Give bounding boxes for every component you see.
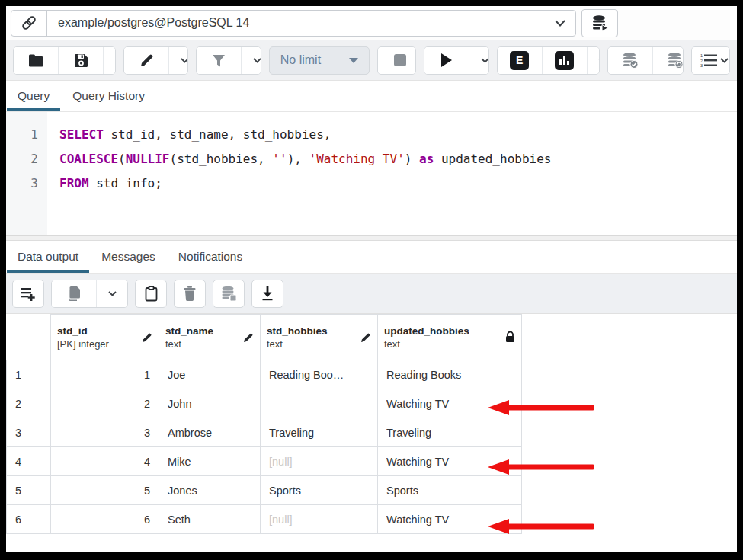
table-cell[interactable]: Watching TV xyxy=(378,505,522,534)
save-menu-button[interactable] xyxy=(103,47,116,74)
rollback-button[interactable] xyxy=(652,47,684,74)
select-all-corner[interactable] xyxy=(7,315,51,360)
table-cell[interactable]: 4 xyxy=(51,447,159,476)
column-header-std_hobbies[interactable]: std_hobbiestext xyxy=(261,315,378,360)
chevron-down-icon xyxy=(481,58,489,63)
chevron-down-icon xyxy=(108,291,117,296)
table-row: 66Seth[null]Watching TV xyxy=(7,505,522,534)
row-number-cell[interactable]: 4 xyxy=(7,447,51,476)
add-row-icon xyxy=(21,286,37,301)
column-name: std_name xyxy=(165,325,213,337)
new-connection-button[interactable] xyxy=(581,9,618,37)
svg-text:1: 1 xyxy=(700,53,703,58)
delete-row-button[interactable] xyxy=(174,280,206,308)
execute-menu-button[interactable] xyxy=(469,47,488,74)
stop-button[interactable] xyxy=(378,47,416,74)
edit-button-group xyxy=(123,46,188,75)
explain-menu-button[interactable] xyxy=(587,47,600,74)
pencil-icon xyxy=(360,332,371,343)
tab-messages-label: Messages xyxy=(101,250,155,264)
copy-button-group xyxy=(51,280,128,308)
table-cell[interactable]: John xyxy=(159,389,261,418)
result-table: std_id[PK] integerstd_nametextstd_hobbie… xyxy=(6,314,522,534)
tab-query-history[interactable]: Query History xyxy=(61,81,156,111)
table-cell[interactable]: 2 xyxy=(51,389,159,418)
table-cell[interactable]: Ambrose xyxy=(159,418,261,447)
table-cell[interactable]: [null] xyxy=(261,505,378,534)
copy-menu-button[interactable] xyxy=(96,280,127,307)
save-button[interactable] xyxy=(58,47,103,74)
table-cell[interactable]: Watching TV xyxy=(378,389,522,418)
table-cell[interactable]: Joe xyxy=(159,360,261,389)
execute-button-group xyxy=(424,46,488,75)
table-cell[interactable]: Sports xyxy=(261,476,378,505)
table-cell[interactable] xyxy=(261,389,378,418)
chevron-down-icon xyxy=(545,20,575,27)
tab-notifications[interactable]: Notifications xyxy=(167,241,254,273)
table-cell[interactable]: Reading Books xyxy=(378,360,522,389)
column-header-updated_hobbies[interactable]: updated_hobbiestext xyxy=(378,315,522,360)
explain-analyze-icon xyxy=(555,51,574,70)
save-icon xyxy=(74,53,88,68)
code-line: COALESCE(NULLIF(std_hobbies, ''), 'Watch… xyxy=(59,147,737,171)
save-data-changes-icon xyxy=(220,285,237,302)
execute-button[interactable] xyxy=(424,47,469,74)
connection-selector[interactable]: example/postgres@PostgreSQL 14 xyxy=(11,10,576,37)
table-cell[interactable]: 5 xyxy=(51,476,159,505)
tab-data-output-label: Data output xyxy=(18,250,78,264)
file-button-group xyxy=(13,46,116,75)
sql-editor[interactable]: 123 SELECT std_id, std_name, std_hobbies… xyxy=(6,112,737,236)
commit-button[interactable] xyxy=(608,47,652,74)
tab-data-output[interactable]: Data output xyxy=(6,241,90,273)
editor-code[interactable]: SELECT std_id, std_name, std_hobbies,COA… xyxy=(47,112,737,235)
column-header-std_id[interactable]: std_id[PK] integer xyxy=(51,315,159,360)
code-line: SELECT std_id, std_name, std_hobbies, xyxy=(59,123,737,147)
row-number-cell[interactable]: 2 xyxy=(7,389,51,418)
explain-button[interactable]: E xyxy=(498,47,542,74)
table-cell[interactable]: Sports xyxy=(378,476,522,505)
edit-button[interactable] xyxy=(124,47,168,74)
table-cell[interactable]: 1 xyxy=(51,360,159,389)
download-button[interactable] xyxy=(251,280,283,308)
table-cell[interactable]: Watching TV xyxy=(378,447,522,476)
stop-button-group xyxy=(377,46,416,75)
column-header-std_name[interactable]: std_nametext xyxy=(159,315,261,360)
tab-messages[interactable]: Messages xyxy=(90,241,167,273)
table-cell[interactable]: [null] xyxy=(261,447,378,476)
edit-menu-button[interactable] xyxy=(168,47,188,74)
macros-button-group: 1 2 3 xyxy=(691,46,730,75)
add-row-button[interactable] xyxy=(12,280,44,308)
copy-button[interactable] xyxy=(52,280,96,307)
explain-analyze-button[interactable] xyxy=(542,47,587,74)
row-number-cell[interactable]: 1 xyxy=(7,360,51,389)
filter-menu-button[interactable] xyxy=(241,47,261,74)
null-value: [null] xyxy=(269,456,293,468)
row-number-cell[interactable]: 5 xyxy=(7,476,51,505)
table-cell[interactable]: Traveling xyxy=(261,418,378,447)
table-cell[interactable]: 3 xyxy=(51,418,159,447)
row-limit-select[interactable]: No limit xyxy=(269,46,370,75)
editor-line-numbers: 123 xyxy=(6,112,47,235)
svg-text:3: 3 xyxy=(700,63,703,67)
row-number-cell[interactable]: 6 xyxy=(7,505,51,534)
table-cell[interactable]: 6 xyxy=(51,505,159,534)
table-row: 44Mike[null]Watching TV xyxy=(7,447,522,476)
table-cell[interactable]: Jones xyxy=(159,476,261,505)
row-number-cell[interactable]: 3 xyxy=(7,418,51,447)
macros-list-icon: 1 2 3 xyxy=(700,53,729,67)
open-file-button[interactable] xyxy=(14,47,58,74)
chevron-down-icon xyxy=(181,58,189,63)
filter-button[interactable] xyxy=(197,47,241,74)
save-data-changes-button[interactable] xyxy=(213,280,245,308)
connection-label: example/postgres@PostgreSQL 14 xyxy=(47,16,545,30)
macros-button[interactable]: 1 2 3 xyxy=(692,47,730,74)
table-row: 55JonesSportsSports xyxy=(7,476,522,505)
paste-button[interactable] xyxy=(135,280,167,308)
table-cell[interactable]: Reading Boo… xyxy=(261,360,378,389)
table-cell[interactable]: Mike xyxy=(159,447,261,476)
null-value: [null] xyxy=(269,514,293,526)
table-cell[interactable]: Seth xyxy=(159,505,261,534)
filter-button-group xyxy=(196,46,261,75)
table-cell[interactable]: Traveling xyxy=(378,418,522,447)
tab-query[interactable]: Query xyxy=(6,81,61,111)
